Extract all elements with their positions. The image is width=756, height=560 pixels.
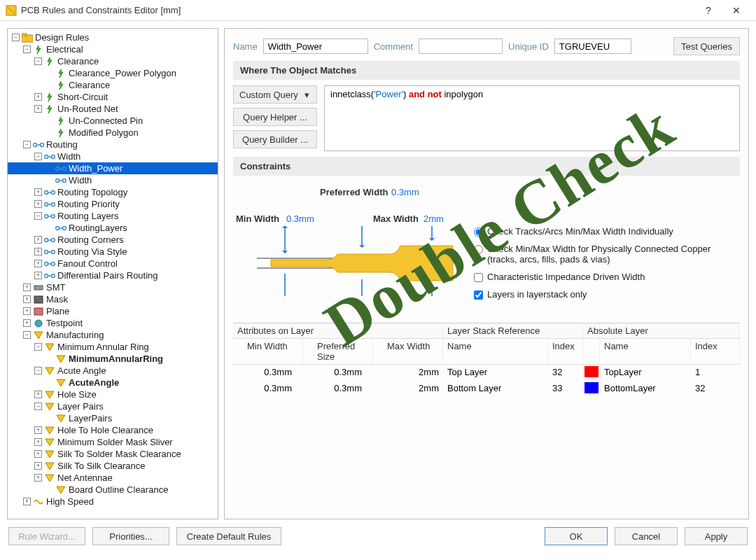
tree-item[interactable]: +Testpoint <box>8 317 218 329</box>
close-button[interactable]: ✕ <box>722 5 750 16</box>
expand-icon[interactable]: + <box>34 426 42 434</box>
rule-wizard-button[interactable]: Rule Wizard... <box>8 527 85 545</box>
tree-item[interactable]: +Silk To Solder Mask Clearance <box>8 448 218 460</box>
expand-icon[interactable]: + <box>34 236 42 244</box>
expand-icon[interactable]: + <box>34 200 42 208</box>
query-builder-button[interactable]: Query Builder ... <box>233 130 317 148</box>
expand-icon[interactable]: + <box>34 450 42 458</box>
tree-item[interactable]: +Short-Circuit <box>8 91 218 103</box>
route-icon <box>44 200 55 209</box>
layerstack-checkbox[interactable]: Layers in layerstack only <box>474 289 737 300</box>
layer-table[interactable]: Attributes on Layer Layer Stack Referenc… <box>233 323 740 397</box>
expand-icon[interactable]: − <box>34 153 42 160</box>
tree-item[interactable]: Width <box>8 174 218 186</box>
tree-item[interactable]: +Hole To Hole Clearance <box>8 424 218 436</box>
priorities-button[interactable]: Priorities... <box>92 527 169 545</box>
tree-item[interactable]: +Silk To Silk Clearance <box>8 460 218 472</box>
tree-item[interactable]: +Plane <box>8 305 218 317</box>
expand-icon[interactable]: + <box>34 391 42 398</box>
tree-item[interactable]: −Electrical <box>8 43 218 55</box>
expand-icon[interactable]: + <box>23 498 31 505</box>
test-queries-button[interactable]: Test Queries <box>673 37 740 55</box>
tree-item[interactable]: +Differential Pairs Routing <box>8 270 218 281</box>
name-input[interactable] <box>263 38 368 54</box>
ok-button[interactable]: OK <box>545 527 608 545</box>
expand-icon[interactable]: + <box>34 188 42 196</box>
expand-icon[interactable]: + <box>34 474 42 482</box>
tree-item[interactable]: +Routing Via Style <box>8 246 218 258</box>
expand-icon[interactable]: − <box>23 331 31 339</box>
tree-item[interactable]: −Layer Pairs <box>8 400 218 412</box>
expand-icon[interactable]: − <box>34 343 42 351</box>
tree-item[interactable]: +Net Antennae <box>8 472 218 484</box>
table-row[interactable]: 0.3mm0.3mm2mmTop Layer32TopLayer1 <box>233 365 740 381</box>
expand-icon[interactable]: − <box>12 34 20 41</box>
tree-item[interactable]: MinimumAnnularRing <box>8 353 218 365</box>
check-connected-radio[interactable]: Check Min/Max Width for Physically Conne… <box>474 244 737 265</box>
expand-icon[interactable]: − <box>34 402 42 410</box>
tree-item[interactable]: −Design Rules <box>8 31 218 43</box>
expand-icon[interactable]: + <box>23 307 31 315</box>
expand-icon[interactable]: + <box>34 93 42 101</box>
query-mode-dropdown[interactable]: Custom Query▾ <box>233 85 317 104</box>
expand-icon[interactable]: + <box>34 438 42 446</box>
cancel-button[interactable]: Cancel <box>615 527 678 545</box>
tree-item[interactable]: −Routing <box>8 139 218 150</box>
tree-item[interactable]: +Un-Routed Net <box>8 103 218 115</box>
expand-icon[interactable]: + <box>23 284 31 291</box>
svg-point-16 <box>52 190 55 194</box>
expand-icon[interactable]: + <box>23 319 31 327</box>
expand-icon[interactable]: + <box>34 272 42 279</box>
tree-item[interactable]: −Width <box>8 150 218 162</box>
expand-icon[interactable]: + <box>34 462 42 470</box>
tree-item[interactable]: AcuteAngle <box>8 377 218 388</box>
tree-item[interactable]: −Acute Angle <box>8 365 218 377</box>
tree-item[interactable]: +Fanout Control <box>8 258 218 270</box>
tree-item[interactable]: Modified Polygon <box>8 127 218 139</box>
help-button[interactable]: ? <box>694 5 722 16</box>
expand-icon[interactable]: + <box>34 248 42 255</box>
tree-item[interactable]: −Clearance <box>8 55 218 67</box>
tree-item[interactable]: +Minimum Solder Mask Sliver <box>8 436 218 448</box>
tree-item[interactable]: Clearance <box>8 79 218 91</box>
tree-item[interactable]: Clearance_Power Polygon <box>8 67 218 79</box>
svg-point-31 <box>52 250 55 253</box>
tree-item[interactable]: RoutingLayers <box>8 222 218 234</box>
uid-input[interactable] <box>554 38 631 54</box>
rules-tree[interactable]: −Design Rules−Electrical−ClearanceCleara… <box>7 28 218 519</box>
tree-item[interactable]: Un-Connected Pin <box>8 115 218 127</box>
tree-item[interactable]: +Routing Priority <box>8 198 218 210</box>
tree-item[interactable]: +SMT <box>8 281 218 293</box>
tree-item[interactable]: −Minimum Annular Ring <box>8 341 218 353</box>
expand-icon[interactable]: − <box>34 57 42 65</box>
tree-item[interactable]: +Routing Topology <box>8 186 218 198</box>
tree-item[interactable]: +High Speed <box>8 496 218 507</box>
check-individual-radio[interactable]: Check Tracks/Arcs Min/Max Width Individu… <box>474 226 737 237</box>
tree-item[interactable]: Board Outline Clearance <box>8 484 218 496</box>
impedance-checkbox[interactable]: Characteristic Impedance Driven Width <box>474 272 737 282</box>
query-textbox[interactable]: innetclass('Power') and not inpolygon <box>324 85 740 151</box>
expand-icon[interactable]: + <box>34 105 42 113</box>
tree-item[interactable]: −Manufacturing <box>8 329 218 341</box>
svg-point-36 <box>45 274 48 277</box>
tree-label: Routing Layers <box>57 211 118 221</box>
tree-item[interactable]: LayerPairs <box>8 412 218 424</box>
tree-item[interactable]: +Mask <box>8 293 218 305</box>
expand-icon[interactable]: + <box>34 260 42 267</box>
table-row[interactable]: 0.3mm0.3mm2mmBottom Layer33BottomLayer32 <box>233 381 740 397</box>
expand-icon[interactable]: − <box>34 212 42 220</box>
tree-item[interactable]: +Hole Size <box>8 388 218 400</box>
tree-item[interactable]: Width_Power <box>8 162 218 174</box>
tree-item[interactable]: +Routing Corners <box>8 234 218 246</box>
comment-input[interactable] <box>419 38 503 54</box>
tree-label: Electrical <box>46 44 83 55</box>
create-default-button[interactable]: Create Default Rules <box>176 527 281 545</box>
query-helper-button[interactable]: Query Helper ... <box>233 108 317 126</box>
mfg-icon <box>44 473 55 483</box>
expand-icon[interactable]: − <box>23 46 31 53</box>
expand-icon[interactable]: − <box>23 141 31 148</box>
expand-icon[interactable]: + <box>23 295 31 303</box>
expand-icon[interactable]: − <box>34 367 42 374</box>
tree-item[interactable]: −Routing Layers <box>8 210 218 222</box>
apply-button[interactable]: Apply <box>685 527 748 545</box>
